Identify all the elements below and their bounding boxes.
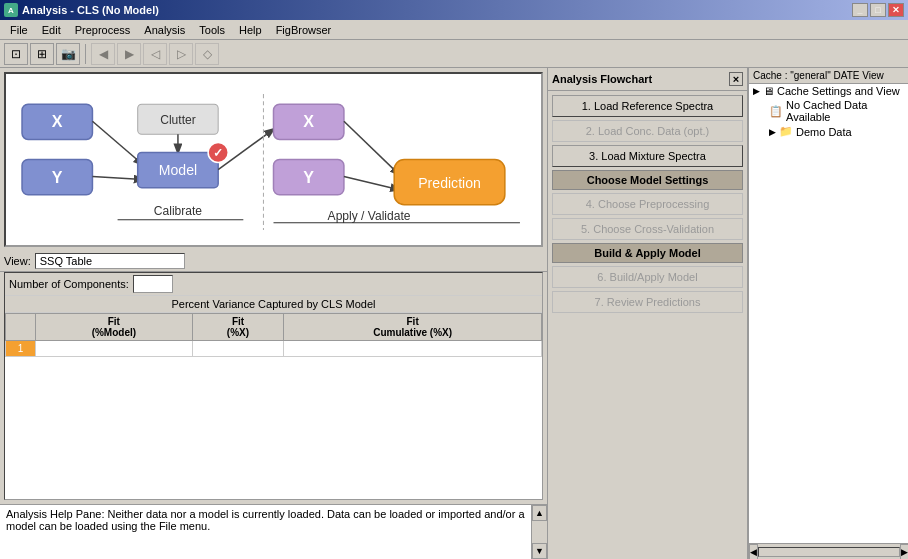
- menu-analysis[interactable]: Analysis: [138, 22, 191, 38]
- flowchart-panel: Analysis Flowchart × 1. Load Reference S…: [548, 68, 748, 559]
- view-label: View:: [4, 255, 31, 267]
- row-id: 1: [6, 341, 36, 357]
- fc-step-7: 7. Review Predictions: [552, 291, 743, 313]
- title-bar: A Analysis - CLS (No Model) _ □ ✕: [0, 0, 908, 20]
- fc-step-4: 4. Choose Preprocessing: [552, 193, 743, 215]
- scroll-left[interactable]: ◀: [749, 544, 758, 560]
- menu-tools[interactable]: Tools: [193, 22, 231, 38]
- fc-step-2: 2. Load Conc. Data (opt.): [552, 120, 743, 142]
- data-table: Fit(%Model) Fit(%X) FitCumulative (%X) 1: [5, 313, 542, 357]
- svg-text:Prediction: Prediction: [418, 175, 481, 191]
- toolbar-diamond[interactable]: ◇: [195, 43, 219, 65]
- toolbar-back[interactable]: ◀: [91, 43, 115, 65]
- demo-expand-icon[interactable]: ▶: [769, 127, 776, 137]
- svg-text:✓: ✓: [213, 146, 223, 160]
- view-bar: View:: [0, 251, 547, 272]
- variance-header: Percent Variance Captured by CLS Model: [5, 296, 542, 313]
- scroll-right[interactable]: ▶: [900, 544, 908, 560]
- fc-step-3[interactable]: 3. Load Mixture Spectra: [552, 145, 743, 167]
- svg-text:Y: Y: [303, 168, 314, 186]
- tree-item-no-cache: 📋 No Cached Data Available: [749, 98, 908, 124]
- no-cache-label: No Cached Data Available: [786, 99, 904, 123]
- svg-text:X: X: [303, 112, 314, 130]
- cache-label: Cache Settings and View: [777, 85, 900, 97]
- app-icon: A: [4, 3, 18, 17]
- menu-file[interactable]: File: [4, 22, 34, 38]
- fc-step-6: 6. Build/Apply Model: [552, 266, 743, 288]
- menu-preprocess[interactable]: Preprocess: [69, 22, 137, 38]
- tree-header: Cache : "general" DATE View: [749, 68, 908, 84]
- demo-icon: 📁: [779, 125, 793, 138]
- scroll-up[interactable]: ▲: [532, 505, 547, 521]
- cache-icon: 🖥: [763, 85, 774, 97]
- components-label: Number of Components:: [9, 278, 129, 290]
- main-content: X Y Clutter Model: [0, 68, 908, 559]
- col-header-fit-x: Fit(%X): [192, 314, 284, 341]
- menu-help[interactable]: Help: [233, 22, 268, 38]
- status-text: Analysis Help Pane: Neither data nor a m…: [0, 505, 531, 559]
- menu-edit[interactable]: Edit: [36, 22, 67, 38]
- toolbar: ⊡ ⊞ 📷 ◀ ▶ ◁ ▷ ◇: [0, 40, 908, 68]
- toolbar-grid[interactable]: ⊞: [30, 43, 54, 65]
- table-row: 1: [6, 341, 542, 357]
- minimize-button[interactable]: _: [852, 3, 868, 17]
- flow-diagram: X Y Clutter Model: [4, 72, 543, 247]
- no-cache-icon: 📋: [769, 105, 783, 118]
- fc-step-5: 5. Choose Cross-Validation: [552, 218, 743, 240]
- toolbar-next[interactable]: ▷: [169, 43, 193, 65]
- cell-fit-x: [192, 341, 284, 357]
- scroll-down[interactable]: ▼: [532, 543, 547, 559]
- fc-step-1[interactable]: 1. Load Reference Spectra: [552, 95, 743, 117]
- status-area: Analysis Help Pane: Neither data nor a m…: [0, 504, 547, 559]
- toolbar-home[interactable]: ⊡: [4, 43, 28, 65]
- cache-expand-icon[interactable]: ▶: [753, 86, 760, 96]
- fc-section-model-settings: Choose Model Settings: [552, 170, 743, 190]
- toolbar-camera[interactable]: 📷: [56, 43, 80, 65]
- menu-bar: File Edit Preprocess Analysis Tools Help…: [0, 20, 908, 40]
- toolbar-prev[interactable]: ◁: [143, 43, 167, 65]
- maximize-button[interactable]: □: [870, 3, 886, 17]
- flowchart-body: 1. Load Reference Spectra 2. Load Conc. …: [548, 91, 747, 317]
- tree-panel: Cache : "general" DATE View ▶ 🖥 Cache Se…: [748, 68, 908, 559]
- scroll-track[interactable]: [758, 547, 900, 557]
- svg-text:Y: Y: [52, 168, 63, 186]
- tree-item-cache[interactable]: ▶ 🖥 Cache Settings and View: [749, 84, 908, 98]
- svg-text:Apply / Validate: Apply / Validate: [328, 209, 411, 223]
- tree-scrollbar[interactable]: ◀ ▶: [749, 543, 908, 559]
- cell-fit-cum: [284, 341, 542, 357]
- left-panel: X Y Clutter Model: [0, 68, 548, 559]
- fc-section-build-apply: Build & Apply Model: [552, 243, 743, 263]
- svg-text:Calibrate: Calibrate: [154, 204, 203, 218]
- tree-item-demo[interactable]: ▶ 📁 Demo Data: [749, 124, 908, 139]
- toolbar-forward[interactable]: ▶: [117, 43, 141, 65]
- menu-figbrowser[interactable]: FigBrowser: [270, 22, 338, 38]
- table-area: Number of Components: Percent Variance C…: [4, 272, 543, 500]
- svg-text:Clutter: Clutter: [160, 113, 196, 127]
- status-scrollbar[interactable]: ▲ ▼: [531, 505, 547, 559]
- col-header-fit-cum: FitCumulative (%X): [284, 314, 542, 341]
- col-header-id: [6, 314, 36, 341]
- window-title: Analysis - CLS (No Model): [22, 4, 159, 16]
- window-controls: _ □ ✕: [852, 3, 904, 17]
- flowchart-close[interactable]: ×: [729, 72, 743, 86]
- close-button[interactable]: ✕: [888, 3, 904, 17]
- demo-label: Demo Data: [796, 126, 852, 138]
- flowchart-header: Analysis Flowchart ×: [548, 68, 747, 91]
- flowchart-title: Analysis Flowchart: [552, 73, 652, 85]
- view-input[interactable]: [35, 253, 185, 269]
- components-input[interactable]: [133, 275, 173, 293]
- cell-fit-model: [36, 341, 193, 357]
- col-header-fit-model: Fit(%Model): [36, 314, 193, 341]
- svg-text:Model: Model: [159, 162, 197, 178]
- svg-text:X: X: [52, 112, 63, 130]
- components-row: Number of Components:: [5, 273, 542, 296]
